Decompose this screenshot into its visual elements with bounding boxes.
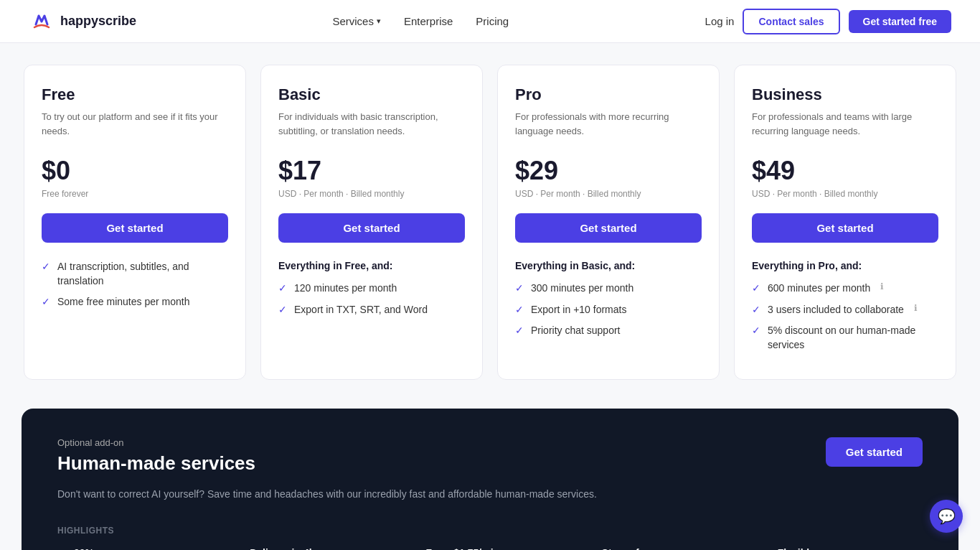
addon-desc: Don't want to correct AI yourself? Save … — [57, 486, 923, 502]
contact-sales-button[interactable]: Contact sales — [743, 9, 839, 34]
plan-business-features-intro: Everything in Pro, and: — [752, 260, 938, 271]
check-icon: ✓ — [42, 261, 50, 272]
chat-button[interactable]: 💬 — [930, 500, 963, 533]
addon-get-started-button[interactable]: Get started — [826, 437, 923, 467]
plan-pro: Pro For professionals with more recurrin… — [497, 65, 720, 380]
feature-business-2: ✓ 3 users included to collaborate ℹ — [752, 303, 938, 317]
highlights-grid: ✓ 99% accuracy Done by professionals ✓ D… — [57, 547, 923, 550]
feature-business-3: ✓ 5% discount on our human-made services — [752, 324, 938, 352]
highlight-delivery-content: Delivery in 4h+ Fastest turnarounds in t… — [250, 547, 382, 550]
check-icon: ✓ — [515, 325, 524, 336]
highlight-flexible: ✓ Flexible Scale and downscale volumes — [761, 547, 923, 550]
highlight-delivery: ✓ Delivery in 4h+ Fastest turnarounds in… — [233, 547, 395, 550]
info-icon[interactable]: ℹ — [880, 281, 884, 292]
feature-business-2-text: 3 users included to collaborate — [768, 303, 904, 317]
nav-pricing[interactable]: Pricing — [476, 15, 509, 27]
check-icon: ✓ — [278, 304, 287, 315]
pricing-section: Free To try out our platform and see if … — [0, 43, 980, 409]
check-icon: ✓ — [42, 296, 50, 307]
addon-optional-label: Optional add-on — [57, 437, 255, 448]
highlight-stress-title: Stress-free — [602, 547, 709, 550]
addon-header: Optional add-on Human-made services Get … — [57, 437, 923, 475]
plan-pro-features-intro: Everything in Basic, and: — [515, 260, 702, 271]
chevron-down-icon: ▾ — [377, 17, 381, 26]
plan-pro-price: $29 — [515, 156, 702, 186]
feature-pro-2-text: Export in +10 formats — [531, 303, 626, 317]
feature-business-1-text: 600 minutes per month — [768, 281, 870, 296]
plan-pro-name: Pro — [515, 85, 702, 104]
nav-links: Services ▾ Enterprise Pricing — [332, 15, 509, 27]
plan-free-desc: To try out our platform and see if it fi… — [42, 110, 228, 141]
plan-free-billing: Free forever — [42, 189, 228, 199]
feature-basic-1: ✓ 120 minutes per month — [278, 281, 465, 296]
highlight-accuracy-title: 99% accuracy — [74, 547, 159, 550]
plan-pro-cta[interactable]: Get started — [515, 213, 702, 243]
plan-basic-price: $17 — [278, 156, 465, 186]
plan-business: Business For professionals and teams wit… — [734, 65, 956, 380]
plan-basic-cta[interactable]: Get started — [278, 213, 465, 243]
feature-basic-2: ✓ Export in TXT, SRT, and Word — [278, 303, 465, 317]
nav-right: Log in Contact sales Get started free — [705, 9, 951, 34]
highlight-accuracy: ✓ 99% accuracy Done by professionals — [57, 547, 219, 550]
addon-section: Optional add-on Human-made services Get … — [22, 409, 958, 550]
nav-enterprise[interactable]: Enterprise — [404, 15, 453, 27]
highlight-stress-content: Stress-free No transcriber management — [602, 547, 709, 550]
plan-free-price: $0 — [42, 156, 228, 186]
highlight-accuracy-content: 99% accuracy Done by professionals — [74, 547, 159, 550]
plan-basic-billing: USD · Per month · Billed monthly — [278, 189, 465, 199]
feature-free-2-text: Some free minutes per month — [57, 295, 189, 309]
plan-business-name: Business — [752, 85, 938, 104]
login-button[interactable]: Log in — [705, 15, 735, 27]
highlight-price: ✓ From $1.75/min Affordable rates — [409, 547, 570, 550]
highlight-flexible-content: Flexible Scale and downscale volumes — [778, 547, 893, 550]
highlight-price-content: From $1.75/min Affordable rates — [425, 547, 499, 550]
chat-icon: 💬 — [938, 508, 956, 525]
feature-pro-1: ✓ 300 minutes per month — [515, 281, 702, 296]
check-icon: ✓ — [752, 282, 760, 294]
plan-basic-features-intro: Everything in Free, and: — [278, 260, 465, 271]
highlight-flexible-title: Flexible — [778, 547, 893, 550]
plan-business-cta[interactable]: Get started — [752, 213, 938, 243]
get-started-nav-button[interactable]: Get started free — [849, 10, 951, 33]
check-icon: ✓ — [515, 304, 524, 315]
info-icon[interactable]: ℹ — [914, 303, 918, 313]
feature-pro-3-text: Priority chat support — [531, 324, 621, 338]
check-icon: ✓ — [752, 325, 760, 336]
plan-basic-desc: For individuals with basic transcription… — [278, 110, 465, 141]
addon-title: Human-made services — [57, 452, 255, 475]
feature-basic-1-text: 120 minutes per month — [294, 281, 397, 296]
feature-pro-1-text: 300 minutes per month — [531, 281, 633, 296]
feature-basic-2-text: Export in TXT, SRT, and Word — [294, 303, 428, 317]
check-icon: ✓ — [752, 304, 760, 315]
plan-free-name: Free — [42, 85, 228, 104]
feature-pro-3: ✓ Priority chat support — [515, 324, 702, 338]
check-icon: ✓ — [515, 282, 524, 294]
navbar: happyscribe Services ▾ Enterprise Pricin… — [0, 0, 980, 43]
logo-text: happyscribe — [60, 14, 136, 29]
plan-basic-name: Basic — [278, 85, 465, 104]
plan-business-billing: USD · Per month · Billed monthly — [752, 189, 938, 199]
highlight-delivery-title: Delivery in 4h+ — [250, 547, 382, 550]
check-icon: ✓ — [278, 282, 287, 294]
plan-free-cta[interactable]: Get started — [42, 213, 228, 243]
feature-free-1-text: AI transcription, subtitles, and transla… — [57, 260, 228, 288]
feature-business-1: ✓ 600 minutes per month ℹ — [752, 281, 938, 296]
feature-free-2: ✓ Some free minutes per month — [42, 295, 228, 309]
feature-business-3-text: 5% discount on our human-made services — [768, 324, 938, 352]
feature-free-1: ✓ AI transcription, subtitles, and trans… — [42, 260, 228, 288]
feature-pro-2: ✓ Export in +10 formats — [515, 303, 702, 317]
plan-business-desc: For professionals and teams with large r… — [752, 110, 938, 141]
addon-title-block: Optional add-on Human-made services — [57, 437, 255, 475]
highlight-stress: ✓ Stress-free No transcriber management — [585, 547, 747, 550]
plan-pro-desc: For professionals with more recurring la… — [515, 110, 702, 141]
pricing-grid: Free To try out our platform and see if … — [24, 65, 956, 380]
plan-basic: Basic For individuals with basic transcr… — [260, 65, 483, 380]
logo[interactable]: happyscribe — [29, 9, 136, 34]
highlights-label: Highlights — [57, 526, 923, 536]
plan-business-price: $49 — [752, 156, 938, 186]
plan-free: Free To try out our platform and see if … — [24, 65, 246, 380]
nav-services[interactable]: Services ▾ — [332, 15, 381, 27]
highlight-price-title: From $1.75/min — [425, 547, 499, 550]
plan-pro-billing: USD · Per month · Billed monthly — [515, 189, 702, 199]
